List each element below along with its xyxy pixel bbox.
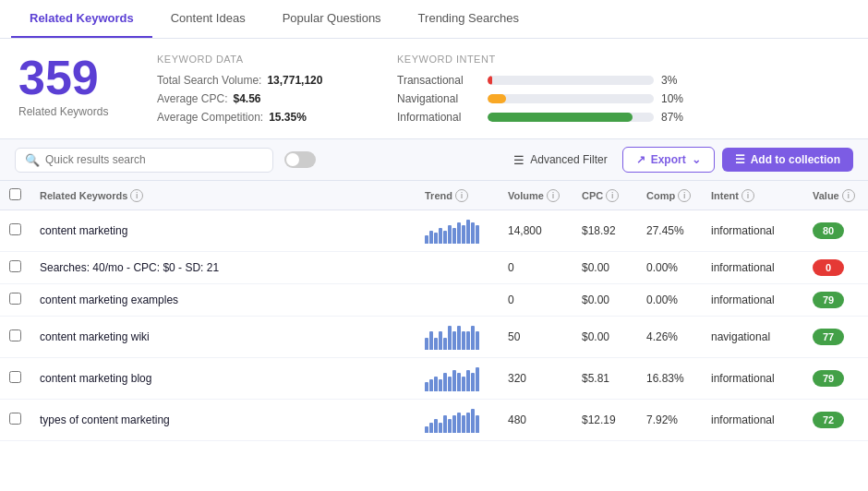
keyword-intent-section: Keyword Intent Transactional 3% Navigati…: [397, 54, 850, 124]
mini-trend-chart: [425, 407, 489, 433]
mini-bar: [457, 326, 461, 350]
avg-cpc-value: $4.56: [233, 92, 260, 105]
row-value-cell: 79: [803, 358, 868, 400]
mini-bar: [429, 331, 433, 350]
intent-transactional: Transactional 3%: [397, 74, 850, 87]
avg-cpc-label: Average CPC:: [157, 92, 227, 105]
header-volume-label: Volume: [508, 190, 544, 201]
comp-info-icon[interactable]: i: [678, 189, 691, 202]
intent-navigational-bar: [488, 94, 506, 103]
add-to-collection-button[interactable]: ☰ Add to collection: [722, 148, 853, 172]
mini-bar: [448, 225, 452, 244]
mini-bar: [471, 222, 475, 244]
mini-bar: [429, 231, 433, 244]
header-intent-label: Intent: [711, 190, 739, 201]
row-trend-cell: [416, 210, 499, 252]
row-checkbox[interactable]: [9, 260, 21, 272]
row-checkbox[interactable]: [9, 329, 21, 341]
row-keyword-cell: content marketing blog: [30, 358, 416, 400]
toggle-switch[interactable]: [284, 151, 316, 168]
row-cpc-cell: $0.00: [573, 317, 637, 358]
export-button[interactable]: ↗ Export ⌄: [622, 147, 715, 173]
table-row: Searches: 40/mo - CPC: $0 - SD: 210$0.00…: [0, 252, 868, 284]
intent-info-icon[interactable]: i: [741, 189, 754, 202]
row-volume-cell: 50: [499, 317, 573, 358]
search-box[interactable]: 🔍: [15, 148, 273, 173]
row-intent-cell: informational: [702, 400, 803, 441]
mini-bar: [462, 225, 465, 244]
mini-bar: [439, 423, 442, 433]
row-keyword: content marketing blog: [40, 372, 151, 385]
row-intent-cell: informational: [702, 210, 803, 252]
intent-navigational-pct: 10%: [661, 92, 683, 105]
value-badge: 0: [813, 259, 844, 276]
row-keyword: content marketing: [40, 224, 127, 237]
row-keyword-cell: content marketing wiki: [30, 317, 416, 358]
row-value-cell: 72: [803, 400, 868, 441]
avg-competition-value: 15.35%: [269, 111, 307, 124]
row-keyword: content marketing examples: [40, 293, 178, 306]
mini-bar: [425, 382, 428, 391]
table-row: content marketing examples0$0.000.00%inf…: [0, 284, 868, 317]
value-info-icon[interactable]: i: [842, 189, 855, 202]
filter-icon: ☰: [513, 153, 524, 167]
intent-informational: Informational 87%: [397, 111, 850, 124]
tab-related-keywords[interactable]: Related Keywords: [11, 0, 152, 38]
row-volume-cell: 320: [499, 358, 573, 400]
intent-navigational-label: Navigational: [397, 92, 480, 105]
select-all-checkbox[interactable]: [9, 188, 21, 200]
header-keyword: Related Keywords i: [30, 181, 416, 210]
mini-bar: [429, 423, 433, 433]
row-intent-cell: navigational: [702, 317, 803, 358]
advanced-filter-button[interactable]: ☰ Advanced Filter: [506, 149, 614, 172]
mini-bar: [476, 225, 479, 244]
cpc-info-icon[interactable]: i: [606, 189, 619, 202]
row-comp-cell: 0.00%: [637, 284, 702, 317]
header-value-label: Value: [813, 190, 839, 201]
mini-bar: [452, 415, 456, 433]
row-comp-cell: 4.26%: [637, 317, 702, 358]
main-container: Related Keywords Content Ideas Popular Q…: [0, 0, 868, 491]
mini-trend-chart: [425, 324, 489, 350]
total-search-volume-value: 13,771,120: [267, 74, 322, 87]
tab-content-ideas[interactable]: Content Ideas: [152, 0, 264, 38]
table-row: content marketing14,800$18.9227.45%infor…: [0, 210, 868, 252]
intent-informational-bar-bg: [488, 113, 654, 122]
search-icon: 🔍: [25, 153, 40, 167]
export-icon: ↗: [636, 153, 645, 166]
toolbar-right: ☰ Advanced Filter ↗ Export ⌄ ☰ Add to co…: [506, 147, 853, 173]
row-checkbox[interactable]: [9, 293, 21, 305]
mini-bar: [466, 331, 470, 350]
search-input[interactable]: [45, 153, 263, 166]
volume-info-icon[interactable]: i: [547, 189, 560, 202]
intent-informational-label: Informational: [397, 111, 480, 124]
mini-bar: [443, 338, 447, 350]
total-search-volume-row: Total Search Volume: 13,771,120: [157, 74, 360, 87]
mini-bar: [457, 373, 461, 391]
mini-bar: [462, 331, 465, 350]
value-badge: 77: [813, 329, 844, 345]
tab-trending-searches[interactable]: Trending Searches: [400, 0, 537, 38]
tab-popular-questions[interactable]: Popular Questions: [264, 0, 400, 38]
intent-transactional-label: Transactional: [397, 74, 480, 87]
trend-info-icon[interactable]: i: [455, 189, 468, 202]
add-collection-label: Add to collection: [751, 153, 840, 166]
mini-bar: [425, 426, 428, 433]
table-row: content marketing wiki50$0.004.26%naviga…: [0, 317, 868, 358]
export-label: Export: [651, 153, 686, 166]
row-checkbox[interactable]: [9, 223, 21, 235]
row-checkbox[interactable]: [9, 371, 21, 383]
header-intent: Intent i: [702, 181, 803, 210]
mini-bar: [439, 331, 442, 350]
keyword-data-section: Keyword Data Total Search Volume: 13,771…: [157, 54, 360, 124]
intent-informational-bar: [488, 113, 633, 122]
keyword-info-icon[interactable]: i: [130, 189, 143, 202]
row-keyword: content marketing wiki: [40, 330, 150, 343]
mini-bar: [434, 338, 438, 350]
mini-trend-chart: [425, 218, 489, 244]
table-row: types of content marketing480$12.197.92%…: [0, 400, 868, 441]
row-checkbox[interactable]: [9, 413, 21, 425]
row-keyword: types of content marketing: [40, 413, 170, 426]
header-cpc-label: CPC: [582, 190, 603, 201]
intent-transactional-bar: [488, 76, 492, 85]
